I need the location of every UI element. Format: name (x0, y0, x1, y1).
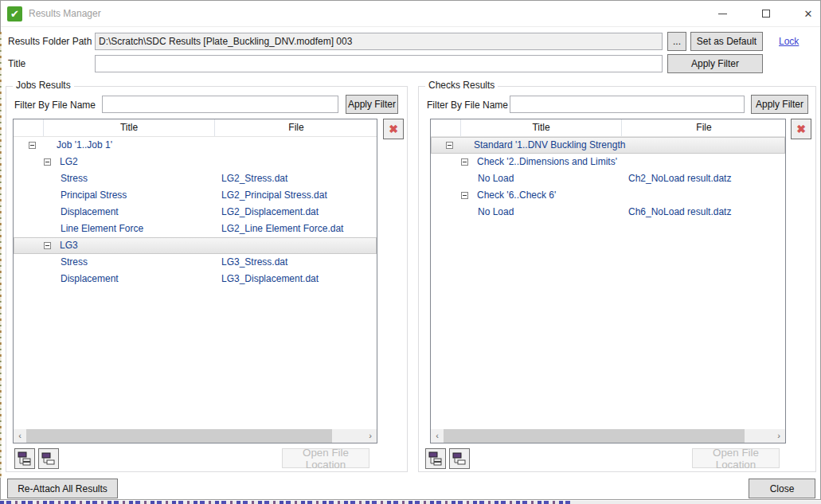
collapse-expander-icon[interactable] (29, 142, 36, 149)
jobs-tree-body: Job '1..Job 1'LG2StressLG2_Stress.datPri… (14, 137, 377, 428)
collapse-expander-icon[interactable] (44, 242, 51, 249)
close-icon: ✕ (804, 8, 813, 20)
checks-file-column-header[interactable]: File (622, 119, 786, 136)
checks-title-column-header[interactable]: Title (461, 119, 622, 136)
checks-group-label: Checks Results (425, 80, 498, 91)
background-window-sliver (0, 501, 573, 504)
jobs-collapse-all-button[interactable] (38, 448, 59, 469)
background-window-sliver (0, 32, 2, 478)
tree-row-file: LG3_Displacement.dat (221, 272, 319, 287)
checks-filter-label: Filter By File Name (427, 96, 508, 114)
title-field-label: Title (8, 55, 25, 72)
collapse-expander-icon[interactable] (461, 158, 468, 166)
tree-row-title: Stress (61, 171, 88, 186)
close-button[interactable]: Close (749, 479, 815, 498)
tree-row-title: LG2 (60, 154, 78, 170)
checks-horizontal-scrollbar[interactable]: ‹ › (431, 429, 785, 443)
tree-row[interactable]: Line Element ForceLG2_Line Element Force… (14, 221, 377, 237)
scroll-right-icon[interactable]: › (772, 429, 785, 443)
collapse-expander-icon[interactable] (461, 192, 468, 199)
checks-expander-column-header[interactable] (431, 119, 461, 136)
delete-x-icon: ✖ (389, 123, 398, 135)
results-folder-path-input[interactable] (95, 33, 663, 50)
scrollbar-thumb[interactable] (444, 429, 745, 443)
tree-row-title: Line Element Force (61, 221, 143, 236)
tree-row[interactable]: StressLG2_Stress.dat (14, 170, 377, 187)
checks-filter-input[interactable] (510, 96, 745, 113)
window-title: Results Manager (29, 1, 101, 27)
jobs-delete-results-button[interactable]: ✖ (383, 119, 404, 139)
jobs-title-column-header[interactable]: Title (44, 119, 215, 136)
jobs-group-label: Jobs Results (13, 80, 74, 91)
jobs-table-header: Title File (14, 119, 377, 137)
browse-button[interactable]: ... (667, 32, 686, 51)
tree-row-file: LG2_Displacement.dat (221, 205, 319, 220)
jobs-file-column-header[interactable]: File (215, 119, 377, 136)
tree-row[interactable]: DisplacementLG2_Displacement.dat (14, 204, 377, 221)
title-apply-filter-button[interactable]: Apply Filter (667, 54, 763, 73)
tree-row[interactable]: Check '6..Check 6' (431, 187, 785, 204)
minimize-button[interactable] (708, 3, 737, 24)
tree-row[interactable]: Principal StressLG2_Principal Stress.dat (14, 187, 377, 204)
tree-row-title: No Load (478, 171, 514, 186)
background-window-sliver (573, 501, 821, 504)
tree-row-title: Job '1..Job 1' (57, 138, 112, 153)
tree-row-title: Stress (61, 255, 88, 270)
jobs-results-group: Jobs Results Filter By File Name Apply F… (6, 86, 408, 472)
checks-table-header: Title File (431, 119, 785, 137)
results-folder-path-label: Results Folder Path (8, 33, 92, 50)
jobs-open-file-location-button[interactable]: Open File Location (282, 448, 369, 468)
set-as-default-button[interactable]: Set as Default (690, 32, 763, 51)
minimize-icon (718, 14, 727, 14)
jobs-expand-all-button[interactable] (14, 448, 35, 469)
tree-row-file: Ch6_NoLoad result.datz (628, 205, 731, 220)
jobs-expander-column-header[interactable] (14, 119, 44, 136)
jobs-results-table: Title File Job '1..Job 1'LG2StressLG2_St… (13, 119, 377, 443)
jobs-horizontal-scrollbar[interactable]: ‹ › (14, 429, 377, 443)
reattach-all-results-button[interactable]: Re-Attach All Results (7, 479, 118, 498)
tree-row[interactable]: LG3 (14, 237, 377, 254)
tree-row-file: LG3_Stress.dat (221, 255, 287, 270)
collapse-all-icon (452, 451, 467, 467)
tree-row[interactable]: No LoadCh6_NoLoad result.datz (431, 204, 785, 221)
checks-delete-results-button[interactable]: ✖ (791, 119, 811, 139)
tree-row-title: Displacement (61, 205, 119, 220)
jobs-apply-filter-button[interactable]: Apply Filter (346, 95, 398, 114)
results-manager-window: ✔ Results Manager ✕ Results Folder Path … (0, 0, 821, 500)
close-window-button[interactable]: ✕ (794, 3, 821, 24)
scroll-left-icon[interactable]: ‹ (14, 429, 26, 443)
tree-row[interactable]: DisplacementLG3_Displacement.dat (14, 271, 377, 287)
checks-tree-body: Standard '1..DNV Buckling StrengthCheck … (431, 137, 785, 428)
maximize-button[interactable] (752, 3, 780, 24)
title-input[interactable] (95, 55, 663, 72)
tree-row[interactable]: Job '1..Job 1' (14, 137, 377, 154)
delete-x-icon: ✖ (796, 123, 806, 135)
tree-row-title: LG3 (60, 238, 78, 253)
collapse-expander-icon[interactable] (446, 142, 453, 149)
tree-row-title: Check '2..Dimensions and Limits' (477, 154, 617, 170)
app-check-icon: ✔ (7, 6, 22, 21)
jobs-filter-input[interactable] (102, 96, 338, 113)
tree-row-title: Displacement (61, 272, 119, 287)
collapse-all-icon (41, 451, 57, 467)
checks-results-group: Checks Results Filter By File Name Apply… (418, 86, 816, 472)
scroll-left-icon[interactable]: ‹ (431, 429, 444, 443)
checks-expand-all-button[interactable] (425, 448, 446, 469)
jobs-filter-label: Filter By File Name (14, 96, 96, 114)
tree-row-file: LG2_Line Element Force.dat (221, 221, 343, 236)
tree-row[interactable]: No LoadCh2_NoLoad result.datz (431, 170, 785, 187)
checks-apply-filter-button[interactable]: Apply Filter (751, 95, 808, 114)
checks-open-file-location-button[interactable]: Open File Location (692, 448, 780, 468)
tree-row[interactable]: LG2 (14, 154, 377, 170)
checks-collapse-all-button[interactable] (449, 448, 470, 469)
tree-row[interactable]: StressLG3_Stress.dat (14, 254, 377, 271)
tree-row[interactable]: Check '2..Dimensions and Limits' (431, 154, 785, 170)
checks-results-table: Title File Standard '1..DNV Buckling Str… (430, 119, 786, 443)
scrollbar-thumb[interactable] (26, 429, 332, 443)
scroll-right-icon[interactable]: › (364, 429, 377, 443)
collapse-expander-icon[interactable] (44, 158, 51, 166)
lock-link[interactable]: Lock (779, 36, 799, 47)
tree-row-title: Standard '1..DNV Buckling Strength (474, 138, 625, 153)
tree-row[interactable]: Standard '1..DNV Buckling Strength (431, 137, 785, 154)
tree-row-title: Check '6..Check 6' (477, 188, 556, 203)
